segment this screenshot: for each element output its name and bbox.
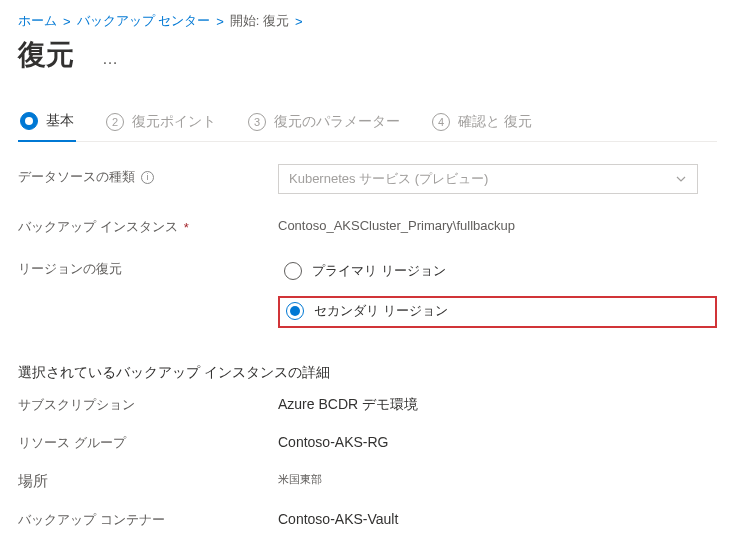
datasource-type-label: データソースの種類 i [18,164,258,186]
tab-label: 基本 [46,112,74,130]
tab-number-icon: 4 [432,113,450,131]
chevron-right-icon: > [216,14,224,29]
tab-number-icon: 2 [106,113,124,131]
tab-restore-params[interactable]: 3 復元のパラメーター [246,112,402,141]
radio-secondary-region[interactable]: セカンダリ リージョン [286,302,448,320]
backup-instance-label: バックアップ インスタンス * [18,214,258,236]
more-icon[interactable]: … [102,50,120,68]
chevron-right-icon: > [295,14,303,29]
location-value: 米国東部 [278,472,717,491]
required-asterisk: * [184,220,189,235]
radio-icon [286,302,304,320]
label-text: バックアップ インスタンス [18,218,178,236]
page-title: 復元 [18,36,74,74]
tab-label: 復元のパラメーター [274,113,400,131]
breadcrumb-current: 開始: 復元 [230,12,289,30]
radio-label: プライマリ リージョン [312,262,446,280]
tab-label: 復元ポイント [132,113,216,131]
breadcrumb-backup-center[interactable]: バックアップ センター [77,12,211,30]
tab-number-icon [20,112,38,130]
backup-container-value: Contoso-AKS-Vault [278,511,717,529]
selected-instance-details-heading: 選択されているバックアップ インスタンスの詳細 [18,364,717,382]
info-icon[interactable]: i [141,171,154,184]
backup-instance-value: Contoso_AKSCluster_Primary\fullbackup [278,214,717,233]
chevron-down-icon [675,173,687,185]
radio-primary-region[interactable]: プライマリ リージョン [284,262,446,280]
tab-restore-point[interactable]: 2 復元ポイント [104,112,218,141]
restore-region-radio-group: プライマリ リージョン セカンダリ リージョン [278,256,717,328]
location-label: 場所 [18,472,258,491]
wizard-tabs: 基本 2 復元ポイント 3 復元のパラメーター 4 確認と 復元 [18,112,717,142]
tab-number-icon: 3 [248,113,266,131]
breadcrumb: ホーム > バックアップ センター > 開始: 復元 > [18,12,717,30]
subscription-value: Azure BCDR デモ環境 [278,396,717,414]
breadcrumb-home[interactable]: ホーム [18,12,57,30]
radio-label: セカンダリ リージョン [314,302,448,320]
resource-group-value: Contoso-AKS-RG [278,434,717,452]
tab-basic[interactable]: 基本 [18,112,76,142]
radio-icon [284,262,302,280]
label-text: データソースの種類 [18,168,135,186]
chevron-right-icon: > [63,14,71,29]
highlight-box: セカンダリ リージョン [278,296,717,328]
label-text: リージョンの復元 [18,260,122,278]
subscription-label: サブスクリプション [18,396,258,414]
select-value: Kubernetes サービス (プレビュー) [289,170,488,188]
tab-review-restore[interactable]: 4 確認と 復元 [430,112,534,141]
resource-group-label: リソース グループ [18,434,258,452]
restore-region-label: リージョンの復元 [18,256,258,278]
backup-container-label: バックアップ コンテナー [18,511,258,529]
datasource-type-select[interactable]: Kubernetes サービス (プレビュー) [278,164,698,194]
tab-label: 確認と 復元 [458,113,532,131]
